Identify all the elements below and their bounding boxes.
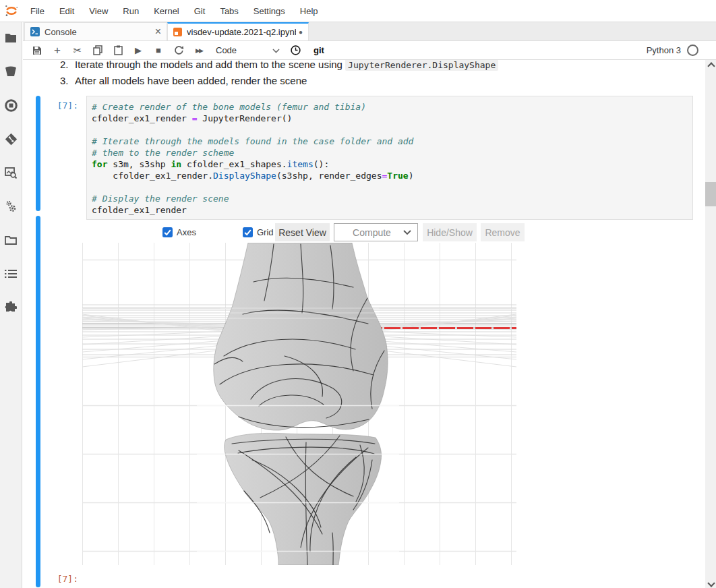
git-icon[interactable]	[4, 132, 18, 146]
markdown-list-item-3: 3.After all models have been added, rend…	[60, 73, 498, 88]
vertical-scrollbar[interactable]	[705, 60, 716, 588]
checkbox-checked-icon	[243, 227, 253, 237]
table-of-contents-icon[interactable]	[4, 267, 18, 281]
input-collapser[interactable]	[36, 96, 40, 211]
menu-git[interactable]: Git	[187, 1, 213, 22]
save-button[interactable]	[27, 42, 47, 59]
git-toolbar-button[interactable]: git	[314, 45, 324, 55]
menu-help[interactable]: Help	[293, 1, 326, 22]
execution-count-input: [7]:	[23, 100, 78, 111]
menu-file[interactable]: File	[23, 1, 52, 22]
grid-label: Grid	[257, 227, 274, 237]
code-line: # them to the render scheme	[92, 147, 687, 158]
interrupt-kernel-button[interactable]: ■	[148, 42, 169, 59]
femur-tibia-model	[214, 243, 388, 565]
list-number: 2.	[60, 60, 75, 72]
notebook-toolbar: + ✂ ▶ ■ ▶▶ Code git Python 3	[23, 41, 716, 60]
notebook-panel: 2.Iterate through the models and add the…	[23, 60, 705, 588]
list-number: 3.	[60, 73, 75, 88]
code-line: cfolder_ex1_render = JupyterRenderer()	[92, 113, 687, 124]
markdown-text: Iterate through the models and add them …	[75, 60, 345, 70]
tab-console[interactable]: Console ×	[24, 22, 167, 40]
copy-cells-button[interactable]	[88, 42, 108, 59]
reset-view-button[interactable]: Reset View	[275, 223, 330, 241]
bucket-icon[interactable]	[4, 65, 18, 78]
axes-checkbox[interactable]: Axes	[162, 223, 196, 241]
menu-tabs[interactable]: Tabs	[212, 1, 245, 22]
code-line: # Display the render scene	[92, 193, 687, 204]
markdown-cell: 2.Iterate through the models and add the…	[60, 60, 498, 88]
jupyter-logo-icon	[0, 3, 23, 18]
extension-manager-icon[interactable]	[4, 301, 18, 314]
unsaved-dot: ●	[299, 28, 303, 36]
left-activity-bar	[0, 22, 22, 588]
code-line: cfolder_ex1_render.DisplayShape(s3shp, r…	[92, 170, 687, 181]
code-editor[interactable]: # Create render of the bone models (femu…	[86, 96, 693, 220]
chevron-down-icon	[403, 230, 411, 235]
console-icon	[30, 27, 40, 36]
history-clock-icon[interactable]	[285, 42, 305, 59]
menu-settings[interactable]: Settings	[246, 1, 293, 22]
restart-kernel-button[interactable]	[169, 42, 189, 59]
menu-bar: File Edit View Run Kernel Git Tabs Setti…	[0, 0, 716, 22]
scrollbar-thumb[interactable]	[705, 182, 716, 206]
compute-select[interactable]: Compute	[334, 223, 418, 241]
workspace-folder-icon[interactable]	[4, 233, 18, 247]
output-collapser[interactable]	[36, 216, 40, 587]
inline-code: JupyterRenderer.DisplayShape	[345, 60, 498, 71]
cut-cells-button[interactable]: ✂	[67, 42, 88, 59]
tab-console-label: Console	[44, 27, 151, 37]
menu-run[interactable]: Run	[115, 1, 146, 22]
paste-cells-button[interactable]	[108, 42, 128, 59]
close-icon[interactable]: ×	[155, 26, 161, 37]
markdown-text: After all models have been added, render…	[75, 75, 307, 86]
renderer-controls: Axes Grid Reset View Compute Hide/Show R…	[23, 223, 705, 242]
menu-view[interactable]: View	[82, 1, 115, 22]
chevron-down-icon[interactable]	[272, 45, 280, 55]
cell-type-dropdown[interactable]: Code	[216, 45, 255, 55]
three-d-render-canvas[interactable]	[82, 243, 516, 565]
scroll-up-icon[interactable]	[708, 62, 713, 67]
execution-count-output: [7]:	[23, 574, 78, 584]
run-cell-button[interactable]: ▶	[128, 42, 148, 59]
kernel-name[interactable]: Python 3	[647, 45, 681, 55]
kernel-status-icon	[687, 45, 698, 56]
running-sessions-icon[interactable]	[4, 98, 18, 112]
tab-notebook-label: visdev-update.2021-q2.ipynb	[187, 27, 296, 37]
code-line	[92, 181, 687, 193]
menu-edit[interactable]: Edit	[52, 1, 82, 22]
remove-button[interactable]: Remove	[481, 223, 525, 241]
code-line	[92, 124, 687, 136]
notebook-icon	[173, 28, 182, 36]
services-gears-icon[interactable]	[4, 200, 18, 213]
grid-checkbox[interactable]: Grid	[243, 223, 274, 241]
axes-label: Axes	[177, 227, 196, 237]
tab-notebook[interactable]: visdev-update.2021-q2.ipynb ●	[167, 22, 309, 40]
dock-tab-bar: Console × visdev-update.2021-q2.ipynb ●	[23, 22, 716, 41]
insert-cell-button[interactable]: +	[47, 42, 67, 59]
file-browser-icon[interactable]	[4, 31, 18, 45]
compute-select-value: Compute	[353, 227, 391, 238]
scroll-down-icon[interactable]	[708, 581, 713, 586]
media-inspector-icon[interactable]	[4, 166, 18, 179]
code-line: for s3m, s3shp in cfolder_ex1_shapes.ite…	[92, 158, 687, 170]
code-line: cfolder_ex1_render	[92, 204, 687, 216]
checkbox-checked-icon	[162, 227, 173, 237]
restart-run-all-button[interactable]: ▶▶	[189, 42, 209, 59]
menu-kernel[interactable]: Kernel	[146, 1, 187, 22]
markdown-list-item-2: 2.Iterate through the models and add the…	[60, 60, 498, 73]
hide-show-button[interactable]: Hide/Show	[423, 223, 477, 241]
code-line: # Iterate through the models found in th…	[92, 136, 687, 147]
code-line: # Create render of the bone models (femu…	[92, 101, 687, 113]
